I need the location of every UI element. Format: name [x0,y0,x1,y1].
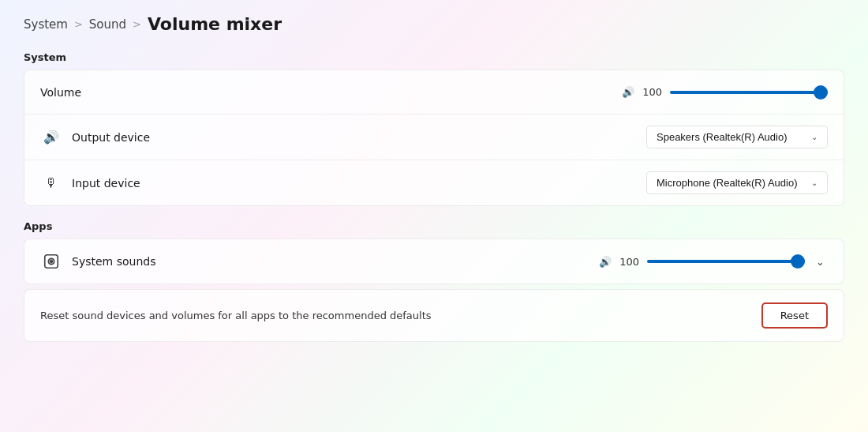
reset-description: Reset sound devices and volumes for all … [40,310,432,321]
output-device-value: Speakers (Realtek(R) Audio) [657,131,787,143]
apps-section: Apps System sounds 🔊 100 ⌄ [24,220,844,342]
system-sounds-label: System sounds [72,255,599,268]
apps-section-label: Apps [24,220,844,232]
system-sounds-controls: 🔊 100 ⌄ [599,254,828,269]
volume-controls: 🔊 100 [622,86,828,98]
output-speaker-icon: 🔊 [40,130,62,145]
system-sounds-speaker-icon: 🔊 [599,256,612,268]
volume-speaker-icon: 🔊 [622,86,634,98]
breadcrumb: System > Sound > Volume mixer [24,14,844,34]
system-sounds-chevron-icon: ⌄ [816,256,825,268]
output-device-dropdown[interactable]: Speakers (Realtek(R) Audio) ⌄ [646,126,828,148]
reset-row: Reset sound devices and volumes for all … [24,289,844,342]
volume-value: 100 [642,86,662,98]
reset-button[interactable]: Reset [761,302,828,329]
volume-slider-container[interactable] [670,91,828,94]
input-device-dropdown[interactable]: Microphone (Realtek(R) Audio) ⌄ [646,171,828,194]
input-mic-icon: 🎙 [40,175,62,190]
input-device-label: Input device [72,177,646,190]
output-device-label: Output device [72,131,646,144]
breadcrumb-sound[interactable]: Sound [89,17,126,32]
system-sounds-slider[interactable] [647,260,805,263]
input-device-row: 🎙 Input device Microphone (Realtek(R) Au… [24,160,844,205]
system-sounds-slider-container[interactable] [647,260,805,263]
volume-row: Volume 🔊 100 [24,70,844,115]
system-sounds-value: 100 [619,256,639,268]
apps-card: System sounds 🔊 100 ⌄ [24,239,844,284]
output-device-chevron-icon: ⌄ [811,133,817,141]
input-device-chevron-icon: ⌄ [811,178,817,187]
page-title: Volume mixer [148,14,282,34]
breadcrumb-sep-2: > [133,18,141,30]
system-card: Volume 🔊 100 🔊 Output device Speakers (R… [24,69,844,206]
input-device-value: Microphone (Realtek(R) Audio) [657,177,797,189]
output-device-row: 🔊 Output device Speakers (Realtek(R) Aud… [24,115,844,160]
system-sounds-expand-button[interactable]: ⌄ [813,254,828,269]
volume-label: Volume [40,86,622,99]
breadcrumb-system[interactable]: System [24,17,68,32]
volume-slider[interactable] [670,91,828,94]
system-sounds-icon [40,253,62,270]
breadcrumb-sep-1: > [74,18,83,30]
system-section-label: System [24,51,844,63]
svg-point-2 [51,261,53,263]
system-sounds-row: System sounds 🔊 100 ⌄ [24,239,844,284]
